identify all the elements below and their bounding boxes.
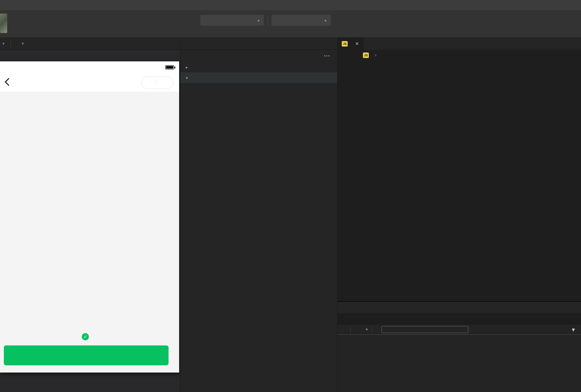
console-messages: [338, 335, 581, 392]
chevron-right-icon: ▸: [186, 65, 190, 69]
editor-tab-bar: JS ×: [338, 37, 581, 50]
console-filter-input[interactable]: [382, 326, 468, 333]
wechat-capsule[interactable]: [141, 76, 173, 89]
agreement-checkbox[interactable]: ✓: [82, 333, 89, 340]
file-explorer-panel: ··· ▸ ▾: [180, 37, 338, 392]
console-toolbar: ▼ ▼: [338, 325, 581, 335]
battery-icon: [165, 65, 174, 69]
debugger-panel: ▼ ▼: [338, 301, 581, 392]
toolbar-divider: [268, 16, 268, 25]
divider: [372, 327, 372, 333]
phone-nav-bar: [0, 73, 179, 92]
breadcrumb-file[interactable]: JS: [363, 52, 371, 58]
section-frontend[interactable]: ▾: [180, 72, 337, 83]
main-area: ▾ ▾: [0, 37, 581, 392]
chevron-down-icon: ▼: [365, 328, 368, 331]
titlebar: [0, 0, 581, 10]
section-open-editors[interactable]: ▸: [180, 62, 337, 72]
chevron-down-icon: ▾: [186, 76, 190, 80]
user-avatar[interactable]: [0, 14, 7, 33]
phone-status-bar: [0, 61, 179, 73]
chevron-down-icon: ▼: [571, 327, 576, 333]
wechat-devtools-window: ▾ ▾ ▾ ▾: [0, 0, 581, 392]
chevron-down-icon: ▾: [257, 18, 260, 23]
phone-screen: ✓: [0, 61, 179, 373]
debugger-tabs: [338, 302, 581, 313]
registration-form-page: ✓: [0, 93, 179, 373]
activity-bar: [180, 37, 337, 50]
hot-reload-toggle[interactable]: ▾: [20, 41, 24, 46]
divider: [11, 40, 11, 47]
context-selector[interactable]: ▼: [354, 328, 368, 331]
close-icon[interactable]: ×: [355, 40, 359, 47]
code-editor[interactable]: [338, 60, 581, 301]
log-levels-dropdown[interactable]: ▼: [569, 327, 581, 333]
device-selector[interactable]: ▾: [0, 41, 5, 46]
explorer-header: ···: [180, 50, 337, 62]
chevron-down-icon: ▾: [22, 41, 24, 46]
js-file-icon: JS: [363, 52, 369, 58]
battery-indicator: [163, 65, 174, 69]
breadcrumb: JS ›: [338, 50, 581, 60]
main-toolbar: ▾ ▾: [0, 10, 581, 37]
chevron-down-icon: ▾: [324, 18, 326, 23]
devtools-tabs: [338, 313, 581, 325]
agreement-row: ✓: [0, 333, 179, 340]
compile-mode-dropdown[interactable]: ▾: [200, 15, 264, 26]
simulator-toolbar: ▾ ▾: [0, 37, 180, 50]
capsule-divider: [155, 79, 156, 86]
more-actions-icon[interactable]: ···: [324, 53, 330, 59]
register-submit-button[interactable]: [4, 345, 169, 365]
compile-type-dropdown[interactable]: ▾: [271, 15, 331, 26]
breadcrumb-separator: ›: [375, 52, 376, 58]
divider: [350, 327, 351, 333]
tab-siteinfo-js[interactable]: JS ×: [338, 37, 363, 50]
simulator-panel: ▾ ▾: [0, 37, 180, 392]
back-chevron-icon[interactable]: [5, 78, 12, 86]
chevron-down-icon: ▾: [3, 41, 5, 46]
editor-panel: JS × JS ›: [338, 37, 581, 392]
js-file-icon: JS: [342, 41, 348, 47]
